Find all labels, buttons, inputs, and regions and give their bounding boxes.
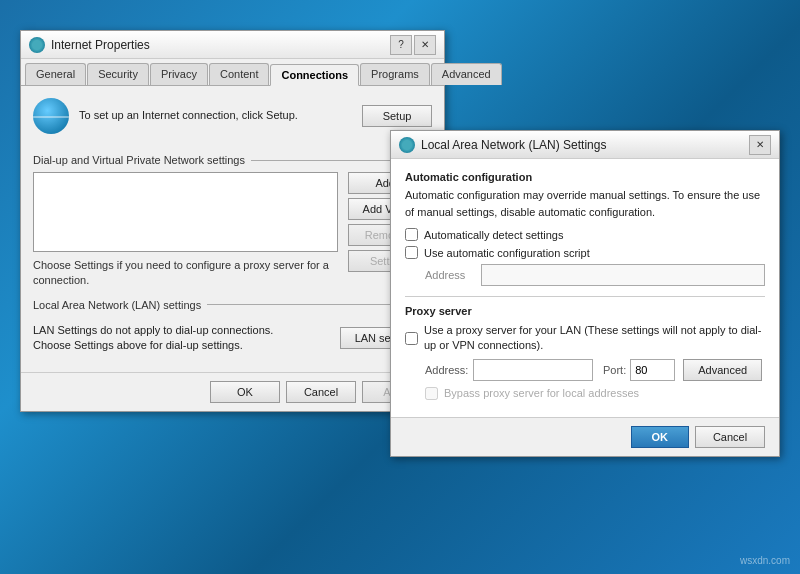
lan-section-header: Local Area Network (LAN) settings (33, 299, 432, 311)
internet-properties-window: Internet Properties ? ✕ General Security… (20, 30, 445, 412)
bypass-label: Bypass proxy server for local addresses (444, 387, 639, 399)
address-label: Address (425, 269, 475, 281)
internet-props-title: Internet Properties (51, 38, 390, 52)
lan-dialog-content: Automatic configuration Automatic config… (391, 159, 779, 417)
proxy-header: Proxy server (405, 305, 765, 317)
globe-icon (33, 98, 69, 134)
lan-dialog-footer: OK Cancel (391, 417, 779, 456)
auto-script-label: Use automatic configuration script (424, 247, 590, 259)
auto-detect-label: Automatically detect settings (424, 229, 563, 241)
dialup-section: Choose Settings if you need to configure… (33, 172, 432, 289)
lan-ok-button[interactable]: OK (631, 426, 690, 448)
tab-security[interactable]: Security (87, 63, 149, 85)
lan-dialog-window: Local Area Network (LAN) Settings ✕ Auto… (390, 130, 780, 457)
lan-desc: LAN Settings do not apply to dial-up con… (33, 323, 330, 354)
bypass-checkbox[interactable] (425, 387, 438, 400)
dialup-section-header: Dial-up and Virtual Private Network sett… (33, 154, 432, 166)
window-controls: ? ✕ (390, 35, 436, 55)
auto-address-row: Address (425, 264, 765, 286)
setup-row: To set up an Internet connection, click … (33, 98, 432, 142)
address-input[interactable] (481, 264, 765, 286)
tab-programs[interactable]: Programs (360, 63, 430, 85)
lan-dialog-title: Local Area Network (LAN) Settings (421, 138, 749, 152)
setup-text: To set up an Internet connection, click … (79, 108, 352, 123)
lan-dialog-icon (399, 137, 415, 153)
proxy-checkbox-label: Use a proxy server for your LAN (These s… (424, 323, 765, 354)
internet-props-icon (29, 37, 45, 53)
lan-close-button[interactable]: ✕ (749, 135, 771, 155)
tab-bar: General Security Privacy Content Connect… (21, 59, 444, 86)
cancel-button[interactable]: Cancel (286, 381, 356, 403)
auto-detect-checkbox[interactable] (405, 228, 418, 241)
auto-detect-row: Automatically detect settings (405, 228, 765, 241)
ok-button[interactable]: OK (210, 381, 280, 403)
lan-row: LAN Settings do not apply to dial-up con… (33, 317, 432, 360)
tab-content[interactable]: Content (209, 63, 270, 85)
auto-config-header: Automatic configuration (405, 171, 765, 183)
proxy-section: Proxy server Use a proxy server for your… (405, 296, 765, 400)
choose-settings-text: Choose Settings if you need to configure… (33, 258, 338, 289)
proxy-address-input[interactable] (473, 359, 593, 381)
auto-script-checkbox[interactable] (405, 246, 418, 259)
setup-button[interactable]: Setup (362, 105, 432, 127)
auto-config-desc: Automatic configuration may override man… (405, 187, 765, 220)
watermark: wsxdn.com (740, 555, 790, 566)
tab-privacy[interactable]: Privacy (150, 63, 208, 85)
lan-dialog-controls: ✕ (749, 135, 771, 155)
internet-props-footer: OK Cancel Apply (21, 372, 444, 411)
dialup-list-area: Choose Settings if you need to configure… (33, 172, 338, 289)
proxy-checkbox-row: Use a proxy server for your LAN (These s… (405, 323, 765, 354)
tab-advanced[interactable]: Advanced (431, 63, 502, 85)
vpn-list (33, 172, 338, 252)
port-input[interactable]: 80 (630, 359, 675, 381)
connections-content: To set up an Internet connection, click … (21, 86, 444, 372)
lan-dialog-titlebar: Local Area Network (LAN) Settings ✕ (391, 131, 779, 159)
port-label: Port: (603, 364, 626, 376)
auto-config-section: Automatic configuration Automatic config… (405, 171, 765, 286)
tab-general[interactable]: General (25, 63, 86, 85)
lan-cancel-button[interactable]: Cancel (695, 426, 765, 448)
internet-props-titlebar: Internet Properties ? ✕ (21, 31, 444, 59)
proxy-addr-row: Address: Port: 80 Advanced (425, 359, 765, 381)
bypass-row: Bypass proxy server for local addresses (425, 387, 765, 400)
advanced-proxy-button[interactable]: Advanced (683, 359, 762, 381)
close-button[interactable]: ✕ (414, 35, 436, 55)
tab-connections[interactable]: Connections (270, 64, 359, 86)
proxy-checkbox[interactable] (405, 332, 418, 345)
proxy-address-label: Address: (425, 364, 469, 376)
lan-section: Local Area Network (LAN) settings LAN Se… (33, 299, 432, 360)
help-button[interactable]: ? (390, 35, 412, 55)
auto-script-row: Use automatic configuration script (405, 246, 765, 259)
